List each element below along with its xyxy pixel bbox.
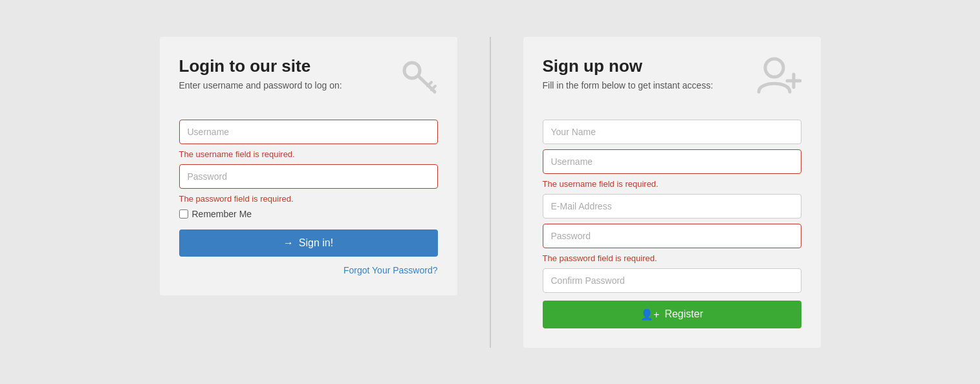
signup-username-group <box>543 149 801 174</box>
signup-username-error: The username field is required. <box>543 179 801 189</box>
svg-line-2 <box>428 82 431 86</box>
signup-card-header: Sign up now Fill in the form below to ge… <box>543 56 801 100</box>
forgot-password-link-wrapper: Forgot Your Password? <box>179 264 438 276</box>
signup-card: Sign up now Fill in the form below to ge… <box>523 37 821 348</box>
login-password-error: The password field is required. <box>179 194 438 204</box>
svg-point-4 <box>765 59 783 77</box>
signup-confirm-password-group <box>543 268 801 293</box>
signup-subtitle: Fill in the form below to get instant ac… <box>543 80 713 91</box>
remember-me-label[interactable]: Remember Me <box>179 209 438 219</box>
login-username-error: The username field is required. <box>179 149 438 159</box>
signup-header-text: Sign up now Fill in the form below to ge… <box>543 56 713 91</box>
signup-email-input[interactable] <box>543 194 801 219</box>
signin-button[interactable]: → Sign in! <box>179 229 438 257</box>
signup-name-group <box>543 120 801 144</box>
login-password-input[interactable] <box>179 164 438 189</box>
key-icon <box>399 56 438 100</box>
vertical-divider <box>490 37 491 348</box>
remember-me-checkbox[interactable] <box>179 209 188 219</box>
login-username-input[interactable] <box>179 120 438 144</box>
signup-password-group <box>543 224 801 248</box>
signup-username-input[interactable] <box>543 149 801 174</box>
login-username-group <box>179 120 438 144</box>
login-subtitle: Enter username and password to log on: <box>179 80 342 91</box>
signin-button-label: Sign in! <box>299 237 333 249</box>
register-icon: 👤+ <box>640 308 659 321</box>
page-wrapper: Login to our site Enter username and pas… <box>0 24 980 361</box>
signup-title: Sign up now <box>543 56 713 76</box>
signup-password-error: The password field is required. <box>543 253 801 263</box>
login-title: Login to our site <box>179 56 342 76</box>
register-button-label: Register <box>664 308 703 320</box>
register-button[interactable]: 👤+ Register <box>543 301 801 328</box>
svg-line-3 <box>431 86 435 90</box>
login-password-group <box>179 164 438 189</box>
user-add-icon <box>756 56 801 100</box>
login-header-text: Login to our site Enter username and pas… <box>179 56 342 91</box>
forgot-password-link[interactable]: Forgot Your Password? <box>343 265 438 275</box>
login-card: Login to our site Enter username and pas… <box>160 37 457 295</box>
login-card-header: Login to our site Enter username and pas… <box>179 56 438 100</box>
signup-confirm-password-input[interactable] <box>543 268 801 293</box>
signup-email-group <box>543 194 801 219</box>
remember-me-text: Remember Me <box>192 209 252 219</box>
signup-name-input[interactable] <box>543 120 801 144</box>
signin-icon: → <box>283 237 294 249</box>
signup-password-input[interactable] <box>543 224 801 248</box>
